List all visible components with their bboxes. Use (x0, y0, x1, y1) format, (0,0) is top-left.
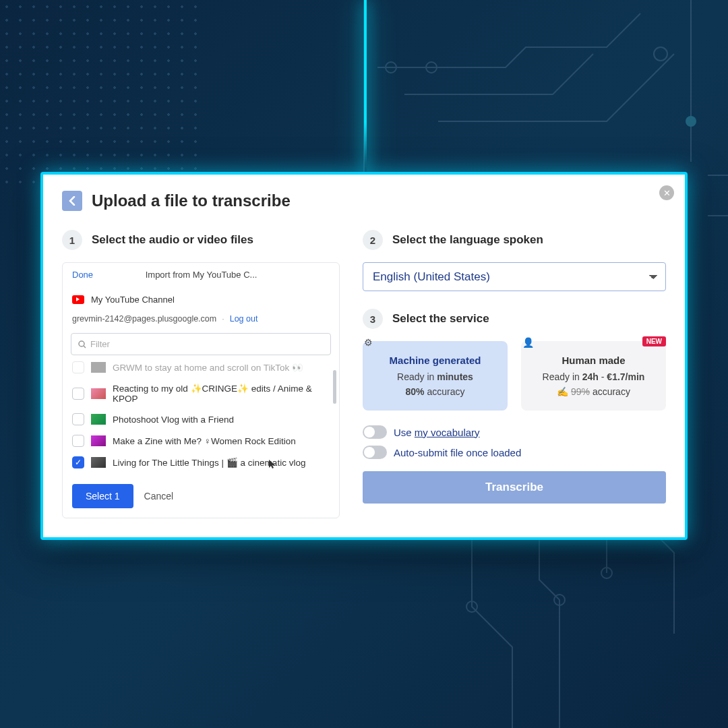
checkbox[interactable] (72, 435, 84, 447)
step1-label: Select the audio or video files (92, 233, 253, 247)
video-list: GRWM to stay at home and scroll on TikTo… (63, 357, 339, 473)
youtube-import-panel: Done Import from My YouTube C... My YouT… (62, 262, 340, 518)
human-ready: Ready in 24h - €1.7/min (530, 371, 657, 382)
machine-accuracy: 80% accuracy (372, 386, 498, 397)
upload-modal: ✕ Upload a file to transcribe 1 Select t… (40, 172, 688, 540)
step2-label: Select the language spoken (392, 233, 543, 247)
video-thumbnail (91, 414, 106, 425)
checkbox[interactable] (72, 413, 84, 425)
gear-icon: ⚙ (364, 337, 373, 348)
modal-title: Upload a file to transcribe (92, 191, 291, 210)
close-icon[interactable]: ✕ (659, 185, 674, 200)
video-title: Living for The Little Things | 🎬 a cinem… (113, 457, 305, 468)
checkbox-checked[interactable]: ✓ (72, 456, 84, 468)
service-machine[interactable]: ⚙ Machine generated Ready in minutes 80%… (363, 341, 508, 411)
toggle-autosubmit[interactable] (363, 446, 387, 459)
language-select[interactable]: English (United States) (363, 262, 666, 291)
human-accuracy: ✍️ 99% accuracy (530, 386, 657, 397)
video-thumbnail (91, 457, 106, 468)
list-item[interactable]: Make a Zine with Me? ♀Women Rock Edition (71, 430, 331, 452)
decorative-glow-line (364, 0, 367, 175)
video-thumbnail (91, 388, 106, 399)
filter-input[interactable]: Filter (71, 333, 331, 355)
cancel-link[interactable]: Cancel (144, 491, 174, 502)
human-title: Human made (530, 355, 657, 366)
person-icon: 👤 (522, 337, 534, 348)
autosubmit-label: Auto-submit file once loaded (394, 447, 521, 458)
step1-number: 1 (62, 230, 82, 250)
toggle-autosubmit-row: Auto-submit file once loaded (363, 446, 666, 459)
new-badge: NEW (642, 336, 666, 346)
youtube-icon (72, 295, 84, 304)
transcribe-button[interactable]: Transcribe (363, 471, 666, 504)
svg-point-7 (79, 341, 84, 346)
list-item[interactable]: ✓ Living for The Little Things | 🎬 a cin… (71, 452, 331, 473)
right-column: 2 Select the language spoken English (Un… (363, 230, 666, 518)
step1-column: 1 Select the audio or video files Done I… (62, 230, 340, 518)
filter-placeholder: Filter (90, 339, 110, 349)
step3-label: Select the service (392, 312, 489, 326)
account-email: grevmin-2142@pages.plusgoogle.com (72, 314, 216, 324)
machine-title: Machine generated (372, 355, 498, 366)
video-title: Make a Zine with Me? ♀Women Rock Edition (113, 436, 296, 446)
modal-header: Upload a file to transcribe (62, 191, 666, 211)
list-item[interactable]: GRWM to stay at home and scroll on TikTo… (71, 357, 331, 378)
step3-number: 3 (363, 309, 383, 329)
done-link[interactable]: Done (72, 270, 93, 280)
select-button[interactable]: Select 1 (72, 484, 133, 508)
video-thumbnail (91, 435, 106, 446)
search-icon (78, 340, 86, 348)
video-title: Reacting to my old ✨CRINGE✨ edits / Anim… (113, 383, 330, 404)
video-title: Photoshoot Vlog with a Friend (113, 415, 234, 425)
list-item[interactable]: Reacting to my old ✨CRINGE✨ edits / Anim… (71, 378, 331, 408)
toggle-vocabulary[interactable] (363, 425, 387, 439)
video-title: GRWM to stay at home and scroll on TikTo… (113, 362, 303, 373)
list-item[interactable]: Photoshoot Vlog with a Friend (71, 408, 331, 430)
svg-point-6 (686, 116, 696, 127)
chevron-left-icon (69, 196, 75, 206)
step2-number: 2 (363, 230, 383, 250)
import-panel-title: Import from My YouTube C... (93, 270, 309, 280)
vocabulary-link[interactable]: my vocabulary (415, 427, 480, 438)
video-thumbnail (91, 362, 106, 373)
machine-ready: Ready in minutes (372, 371, 498, 382)
channel-name: My YouTube Channel (91, 295, 175, 305)
checkbox[interactable] (72, 361, 84, 373)
svg-point-2 (654, 47, 667, 61)
logout-link[interactable]: Log out (230, 314, 258, 324)
back-button[interactable] (62, 191, 82, 211)
service-human[interactable]: 👤 NEW Human made Ready in 24h - €1.7/min… (521, 341, 666, 411)
toggle-vocabulary-row: Use my vocabulary (363, 425, 666, 439)
checkbox[interactable] (72, 388, 84, 400)
svg-line-8 (84, 346, 86, 348)
